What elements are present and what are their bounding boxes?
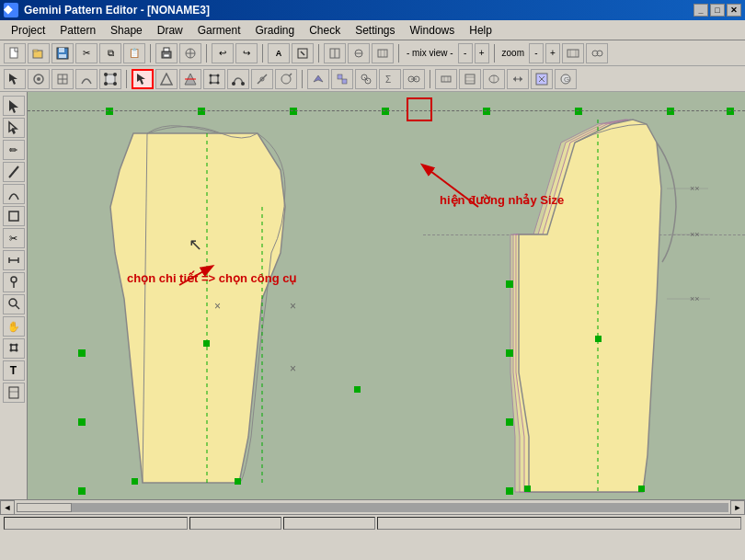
- open-button[interactable]: [28, 43, 50, 63]
- ruler-line-top: [28, 110, 745, 111]
- scroll-thumb[interactable]: [17, 503, 72, 512]
- tool-b11[interactable]: [307, 69, 329, 89]
- tool-b17[interactable]: [459, 69, 481, 89]
- svg-rect-41: [211, 75, 218, 83]
- toolbar-row-1: ✂ ⧉ 📋 ↩ ↪ A - mix view - - + zoom - +: [0, 40, 745, 66]
- tb-extra1[interactable]: [179, 43, 201, 63]
- zoom-minus[interactable]: -: [529, 43, 544, 63]
- tool-b19[interactable]: [507, 69, 529, 89]
- scroll-right[interactable]: ►: [730, 500, 745, 515]
- cut-button[interactable]: ✂: [75, 43, 97, 63]
- undo-button[interactable]: ↩: [212, 43, 234, 63]
- left-toolbar: ✏ ✂ ✋ T: [0, 92, 28, 499]
- tb-b2[interactable]: [348, 43, 370, 63]
- paste-button[interactable]: 📋: [123, 43, 145, 63]
- redo-button[interactable]: ↪: [235, 43, 258, 63]
- zoom-text-button[interactable]: A: [268, 43, 290, 63]
- lt-measure[interactable]: [3, 250, 25, 270]
- tool-select[interactable]: [4, 69, 26, 89]
- copy-button[interactable]: ⧉: [99, 43, 121, 63]
- new-button[interactable]: [4, 43, 26, 63]
- lt-node[interactable]: [3, 338, 25, 359]
- tb-last2[interactable]: [586, 43, 608, 63]
- menu-help[interactable]: Help: [462, 22, 499, 39]
- svg-rect-52: [338, 74, 342, 79]
- tool-b5[interactable]: [155, 69, 178, 89]
- menu-windows[interactable]: Windows: [403, 22, 463, 39]
- tool-b6[interactable]: [179, 69, 201, 89]
- lt-hand[interactable]: ✋: [3, 316, 25, 337]
- horizontal-scrollbar[interactable]: ◄ ►: [0, 499, 745, 514]
- tool-b7[interactable]: [203, 69, 225, 89]
- svg-rect-119: [638, 486, 645, 492]
- green-marker: [483, 108, 490, 115]
- close-button[interactable]: ✕: [727, 4, 741, 17]
- pattern-piece-left-svg: × × ×: [78, 115, 382, 499]
- menu-settings[interactable]: Settings: [348, 22, 402, 39]
- svg-text:××: ××: [690, 230, 700, 239]
- mix-view-label: - mix view -: [404, 48, 456, 58]
- window-controls[interactable]: _ □ ✕: [693, 4, 741, 17]
- menu-grading[interactable]: Grading: [247, 22, 302, 39]
- tool-b13[interactable]: [355, 69, 377, 89]
- toolbar-row-2: Σ G: [0, 66, 745, 92]
- lt-line[interactable]: [3, 162, 25, 182]
- tool-b18[interactable]: [483, 69, 505, 89]
- lt-arrow[interactable]: [3, 96, 25, 116]
- mix-minus[interactable]: -: [458, 43, 473, 63]
- menu-check[interactable]: Check: [302, 22, 348, 39]
- tool-b16[interactable]: [435, 69, 457, 89]
- tool-b2[interactable]: [52, 69, 74, 89]
- mix-plus[interactable]: +: [475, 43, 489, 63]
- sep-t2: [302, 70, 303, 88]
- save-button[interactable]: [52, 43, 74, 63]
- lt-rect[interactable]: [3, 206, 25, 226]
- menu-pattern[interactable]: Pattern: [52, 22, 103, 39]
- menu-project[interactable]: Project: [4, 22, 52, 39]
- svg-marker-95: [110, 133, 285, 483]
- lt-pin[interactable]: [3, 272, 25, 292]
- svg-rect-7: [164, 48, 169, 51]
- canvas-area[interactable]: × × × ↖: [28, 92, 745, 499]
- svg-text:××: ××: [690, 294, 700, 303]
- green-marker-right: [506, 418, 513, 426]
- green-marker: [198, 108, 205, 115]
- lt-zoom[interactable]: [3, 294, 25, 314]
- lt-curve[interactable]: [3, 184, 25, 204]
- tool-b10[interactable]: [275, 69, 297, 89]
- zoom-plus[interactable]: +: [545, 43, 560, 63]
- minimize-button[interactable]: _: [693, 4, 708, 17]
- zoom-fit-button[interactable]: [292, 43, 314, 63]
- svg-point-42: [210, 74, 212, 76]
- lt-extra[interactable]: [3, 383, 25, 403]
- print-button[interactable]: [155, 43, 178, 63]
- maximize-button[interactable]: □: [710, 4, 725, 17]
- lt-cursor[interactable]: [3, 118, 25, 138]
- menu-shape[interactable]: Shape: [103, 22, 150, 39]
- menu-bar: Project Pattern Shape Draw Garment Gradi…: [0, 20, 745, 40]
- tool-b4[interactable]: [99, 69, 121, 89]
- scroll-left[interactable]: ◄: [0, 500, 15, 515]
- svg-marker-71: [513, 76, 516, 82]
- tool-b1[interactable]: [28, 69, 50, 89]
- tool-b8[interactable]: [227, 69, 249, 89]
- green-marker: [575, 108, 582, 115]
- lt-scissors[interactable]: ✂: [3, 228, 25, 248]
- tb-last1[interactable]: [562, 43, 584, 63]
- tool-b3[interactable]: [75, 69, 97, 89]
- tool-b21[interactable]: G: [555, 69, 577, 89]
- menu-garment[interactable]: Garment: [190, 22, 248, 39]
- lt-pencil[interactable]: ✏: [3, 140, 25, 160]
- tool-b15[interactable]: [403, 69, 425, 89]
- tool-b9[interactable]: [251, 69, 273, 89]
- lt-text[interactable]: T: [3, 360, 25, 381]
- menu-draw[interactable]: Draw: [150, 22, 190, 39]
- tool-b14[interactable]: Σ: [379, 69, 401, 89]
- tb-b1[interactable]: [324, 43, 346, 63]
- tool-b20[interactable]: [531, 69, 553, 89]
- tool-b12[interactable]: [331, 69, 353, 89]
- grading-tool-active[interactable]: [132, 69, 154, 89]
- scroll-track[interactable]: [17, 503, 728, 512]
- title-bar: ◆ Gemini Pattern Editor - [NONAME3] _ □ …: [0, 0, 745, 20]
- tb-b3[interactable]: [372, 43, 394, 63]
